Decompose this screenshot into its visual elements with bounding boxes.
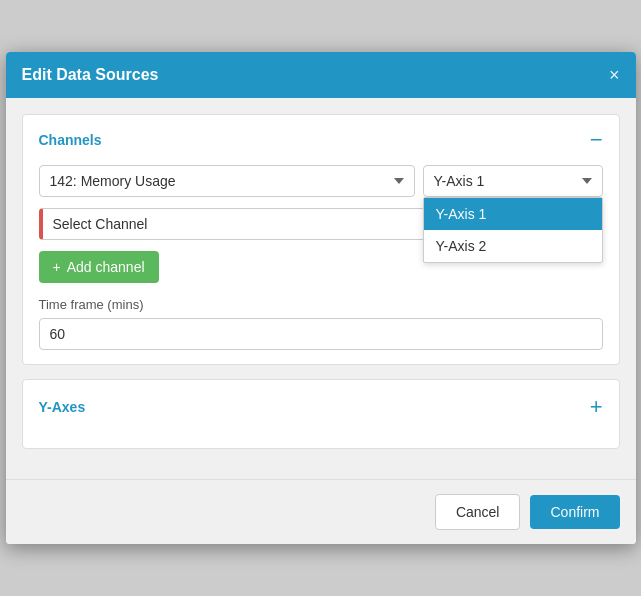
channels-section: Channels − 142: Memory Usage Y-Axis 1 Y-… (22, 114, 620, 365)
close-icon[interactable]: × (609, 66, 620, 84)
modal-header: Edit Data Sources × (6, 52, 636, 98)
yaxis-select[interactable]: Y-Axis 1 Y-Axis 2 (423, 165, 603, 197)
dropdown-option-yaxis2[interactable]: Y-Axis 2 (424, 230, 602, 262)
channel-row-1: 142: Memory Usage Y-Axis 1 Y-Axis 2 Y-Ax… (39, 165, 603, 197)
modal-footer: Cancel Confirm (6, 479, 636, 544)
timeframe-input[interactable] (39, 318, 603, 350)
dropdown-option-yaxis1[interactable]: Y-Axis 1 (424, 198, 602, 230)
modal-title: Edit Data Sources (22, 66, 159, 84)
cancel-button[interactable]: Cancel (435, 494, 521, 530)
channels-section-title: Channels (39, 132, 102, 148)
channels-collapse-icon[interactable]: − (590, 129, 603, 151)
timeframe-label: Time frame (mins) (39, 297, 603, 312)
yaxes-section-title: Y-Axes (39, 399, 86, 415)
yaxes-section: Y-Axes + (22, 379, 620, 449)
edit-data-sources-modal: Edit Data Sources × Channels − 142: Memo… (6, 52, 636, 544)
yaxis-dropdown: Y-Axis 1 Y-Axis 2 (423, 197, 603, 263)
add-channel-icon: + (53, 259, 61, 275)
add-channel-button[interactable]: + Add channel (39, 251, 159, 283)
modal-body: Channels − 142: Memory Usage Y-Axis 1 Y-… (6, 98, 636, 479)
channels-section-header: Channels − (39, 129, 603, 151)
add-channel-label: Add channel (67, 259, 145, 275)
yaxes-expand-icon[interactable]: + (590, 394, 603, 420)
yaxes-section-header: Y-Axes + (39, 394, 603, 420)
timeframe-section: Time frame (mins) (39, 297, 603, 350)
channel-1-select[interactable]: 142: Memory Usage (39, 165, 415, 197)
confirm-button[interactable]: Confirm (530, 495, 619, 529)
yaxis-select-wrapper: Y-Axis 1 Y-Axis 2 Y-Axis 1 Y-Axis 2 (423, 165, 603, 197)
